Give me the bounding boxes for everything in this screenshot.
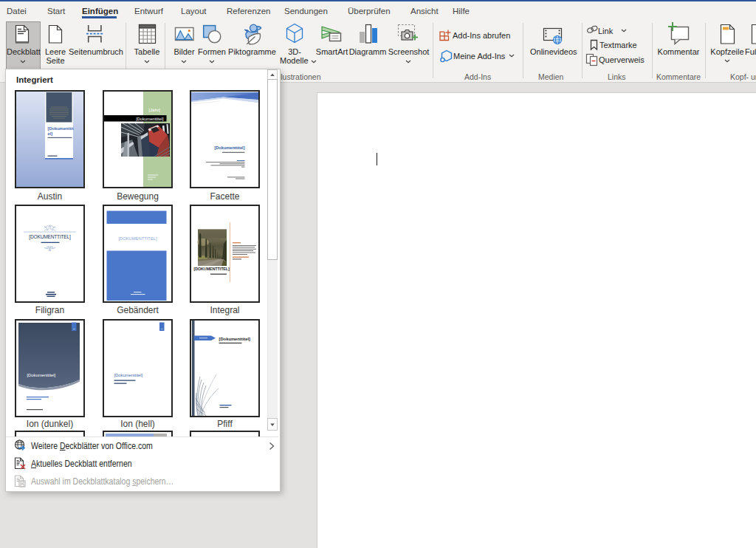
svg-text:[Dokumenttit: [Dokumenttit [48, 126, 74, 131]
svg-text:[Dokumenttitel]: [Dokumenttitel] [27, 373, 56, 377]
svg-text:el]: el] [48, 131, 53, 136]
svg-text:[Jahr]: [Jahr] [149, 107, 161, 112]
svg-text:[Dokumenttitel]: [Dokumenttitel] [214, 145, 244, 150]
svg-text:[Dokumenttitel]: [Dokumenttitel] [136, 117, 164, 121]
svg-text:[DOKUMENTTITEL]: [DOKUMENTTITEL] [29, 234, 71, 240]
svg-text:[Dokumenttitel]: [Dokumenttitel] [114, 373, 143, 377]
svg-text:[DOKUMENTTITEL]: [DOKUMENTTITEL] [118, 236, 157, 241]
svg-text:[Dokumenttitel]: [Dokumenttitel] [219, 337, 251, 341]
svg-text:[DOKUMENTTITEL]: [DOKUMENTTITEL] [194, 267, 230, 271]
